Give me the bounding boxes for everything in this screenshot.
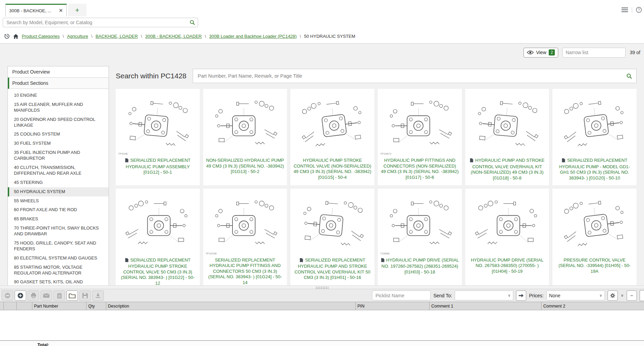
help-icon[interactable]: ? bbox=[636, 7, 642, 13]
part-page-card[interactable]: TP12038 SERIALIZED REPLACEMENT HYDRAULIC… bbox=[203, 189, 287, 286]
part-page-card[interactable]: TP10673 HYDRAULIC PUMP FITTINGS AND CONN… bbox=[378, 89, 462, 185]
column-header-comment-2[interactable]: Comment 2 bbox=[542, 302, 644, 310]
sidebar-section-item[interactable]: 40 CLUTCH, TRANSMISSION, DIFFERENTIAL AN… bbox=[8, 163, 109, 178]
home-icon[interactable] bbox=[13, 34, 19, 39]
collapse-panel-button[interactable]: − bbox=[627, 290, 637, 301]
part-page-card[interactable]: HYDRAULIC PUMP STROKE CONTROL VALVE (NON… bbox=[290, 89, 374, 185]
part-page-card[interactable]: SERIALIZED REPLACEMENT HYDRAULIC PUMP AN… bbox=[290, 189, 374, 286]
remove-item-button[interactable] bbox=[2, 290, 13, 301]
sidebar-section-item[interactable]: 45 STEERING bbox=[8, 178, 109, 187]
part-page-card[interactable]: SERIALIZED REPLACEMENT HYDRAULIC PUMP - … bbox=[552, 89, 637, 185]
sidebar-section-item[interactable]: 15 AIR CLEANER, MUFFLER AND MANIFOLDS bbox=[8, 100, 109, 115]
send-arrow-button[interactable] bbox=[516, 290, 526, 301]
sidebar-section-item[interactable]: 25 COOLING SYSTEM bbox=[8, 130, 109, 139]
catalog-search-input[interactable] bbox=[197, 73, 626, 79]
search-icon[interactable] bbox=[626, 73, 632, 79]
part-page-link[interactable]: PRESSURE CONTROL VALVE (SERIAL NO. -3395… bbox=[552, 257, 637, 279]
history-icon[interactable] bbox=[4, 33, 10, 39]
sidebar-section-item[interactable]: 70 THREE-POINT HITCH, SWAY BLOCKS AND DR… bbox=[8, 224, 109, 239]
part-diagram-thumbnail[interactable]: TP12038 bbox=[203, 189, 287, 257]
part-diagram-thumbnail[interactable] bbox=[465, 189, 549, 257]
breadcrumb-link[interactable]: 300B Loader and Backhoe Loader (PC1428) bbox=[209, 34, 296, 39]
breadcrumb-link[interactable]: Product Categories bbox=[22, 34, 60, 39]
part-diagram-thumbnail[interactable] bbox=[465, 89, 549, 157]
sidebar-section-item[interactable]: 55 WHEELS bbox=[8, 196, 109, 206]
part-page-link[interactable]: SERIALIZED REPLACEMENT HYDRAULIC PUMP ST… bbox=[116, 257, 200, 286]
part-page-card[interactable]: SERIALIZED REPLACEMENT HYDRAULIC PUMP ST… bbox=[116, 189, 200, 286]
clipped-button-fragment[interactable] bbox=[640, 290, 644, 301]
breadcrumb-link[interactable]: 300B - BACKHOE, LOADER bbox=[145, 34, 202, 39]
new-tab-button[interactable]: + bbox=[68, 4, 86, 16]
column-header-pin[interactable]: PIN bbox=[356, 302, 430, 310]
send-to-select[interactable]: ∨ bbox=[455, 290, 513, 300]
sidebar-section-item[interactable]: 50 HYDRAULIC SYSTEM bbox=[8, 187, 109, 196]
part-diagram-thumbnail[interactable]: T15566 bbox=[378, 189, 462, 257]
view-button[interactable]: View 2 bbox=[524, 48, 558, 58]
svg-text:?: ? bbox=[638, 8, 640, 12]
sidebar-section-item[interactable]: 80 ELECTRICAL SYSTEM AND GAUGES bbox=[8, 254, 109, 263]
chevron-down-icon[interactable]: ∨ bbox=[621, 293, 624, 298]
part-diagram-thumbnail[interactable] bbox=[290, 189, 374, 257]
sidebar-section-item[interactable]: 30 FUEL SYSTEM bbox=[8, 139, 109, 148]
sidebar-item-product-overview[interactable]: Product Overview bbox=[8, 66, 109, 78]
close-icon[interactable]: ✕ bbox=[56, 7, 63, 14]
content-region: View 2 39 of Product Overview Product Se… bbox=[0, 43, 644, 285]
column-header-qty[interactable]: Qty bbox=[86, 302, 106, 310]
part-page-card[interactable]: T15566 HYDRAULIC PUMP DRIVE (SERIAL NO. … bbox=[378, 189, 462, 286]
part-page-link[interactable]: SERIALIZED REPLACEMENT HYDRAULIC PUMP AN… bbox=[290, 257, 374, 285]
search-icon[interactable] bbox=[190, 20, 195, 25]
sidebar-section-item[interactable]: 20 GOVERNOR AND SPEED CONTROL LINKAGE bbox=[8, 115, 109, 130]
part-diagram-thumbnail[interactable] bbox=[203, 89, 287, 157]
part-page-link[interactable]: NON-SERIALIZED HYDRAULIC PUMP 49 CM3 (3 … bbox=[203, 157, 287, 179]
part-page-card[interactable]: NON-SERIALIZED HYDRAULIC PUMP 49 CM3 (3 … bbox=[203, 89, 287, 185]
part-diagram-thumbnail[interactable]: TP10673 bbox=[378, 89, 462, 157]
narrow-list-input[interactable] bbox=[562, 48, 626, 58]
part-page-link[interactable]: SERIALIZED REPLACEMENT HYDRAULIC PUMP FI… bbox=[203, 257, 287, 286]
part-diagram-thumbnail[interactable] bbox=[290, 89, 374, 157]
add-item-button[interactable] bbox=[15, 290, 26, 301]
part-diagram-thumbnail[interactable] bbox=[552, 189, 637, 257]
part-diagram-thumbnail[interactable] bbox=[116, 189, 200, 257]
save-icon[interactable] bbox=[79, 290, 91, 301]
part-diagram-thumbnail[interactable] bbox=[552, 89, 637, 157]
catalog-tab[interactable]: 300B - BACKHOE, ... ✕ bbox=[5, 4, 67, 16]
print-icon[interactable] bbox=[28, 290, 39, 301]
breadcrumb-separator: \ bbox=[205, 34, 206, 39]
clipboard-icon[interactable] bbox=[53, 290, 65, 301]
breadcrumb-link[interactable]: Agriculture bbox=[67, 34, 88, 39]
download-icon[interactable] bbox=[92, 290, 104, 301]
picklist-name-input[interactable] bbox=[372, 290, 431, 300]
parts-catalog-app: 300B - BACKHOE, ... ✕ + ? bbox=[0, 0, 644, 346]
sidebar-section-item[interactable]: 35 FUEL INJECTION PUMP AND CARBURETOR bbox=[8, 148, 109, 163]
global-search-input[interactable] bbox=[6, 19, 190, 26]
sidebar-section-item[interactable]: 60 FRONT AXLE AND TIE ROD bbox=[8, 205, 109, 215]
part-diagram-thumbnail[interactable]: TP3196 bbox=[116, 89, 200, 157]
menu-hamburger-icon[interactable] bbox=[622, 7, 628, 12]
part-page-link[interactable]: HYDRAULIC PUMP FITTINGS AND CONNECTORS (… bbox=[378, 157, 462, 185]
sidebar-item-product-sections[interactable]: Product Sections bbox=[8, 78, 109, 89]
settings-gear-button[interactable] bbox=[608, 290, 618, 301]
breadcrumb-link[interactable]: BACKHOE, LOADER bbox=[96, 34, 138, 39]
part-page-link[interactable]: SERIALIZED REPLACEMENT HYDRAULIC PUMP - … bbox=[552, 157, 637, 185]
part-page-link[interactable]: HYDRAULIC PUMP AND STROKE CONTROL VALVE … bbox=[465, 157, 549, 185]
part-page-card[interactable]: HYDRAULIC PUMP AND STROKE CONTROL VALVE … bbox=[465, 89, 549, 185]
email-icon[interactable] bbox=[41, 290, 52, 301]
part-page-link[interactable]: HYDRAULIC PUMP DRIVE (SERIAL NO. 267583-… bbox=[465, 257, 549, 279]
part-page-link[interactable]: HYDRAULIC PUMP DRIVE (SERIAL NO. 197260-… bbox=[378, 257, 462, 279]
prices-select[interactable]: None ∨ bbox=[546, 290, 605, 300]
part-page-card[interactable]: TP3196 SERIALIZED REPLACEMENT HYDRAULIC … bbox=[116, 89, 200, 185]
part-page-card[interactable]: PRESSURE CONTROL VALVE (SERIAL NO. -3395… bbox=[552, 189, 637, 286]
sidebar-section-item[interactable]: 90 GASKET SETS, KITS, OIL AND TRACTOR bbox=[8, 278, 109, 285]
part-page-link[interactable]: HYDRAULIC PUMP STROKE CONTROL VALVE (NON… bbox=[290, 157, 374, 185]
sidebar-section-item[interactable]: 75 HOOD, GRILLE, CANOPY, SEAT AND FENDER… bbox=[8, 239, 109, 254]
sidebar-section-item[interactable]: 85 STARTING MOTOR, VOLTAGE REGULATOR AND… bbox=[8, 263, 109, 278]
sidebar-section-item[interactable]: 10 ENGINE bbox=[8, 91, 109, 100]
column-header-description[interactable]: Description bbox=[106, 302, 356, 310]
part-page-link[interactable]: SERIALIZED REPLACEMENT HYDRAULIC PUMP AS… bbox=[116, 157, 200, 179]
column-header-comment-1[interactable]: Comment 1 bbox=[430, 302, 542, 310]
column-header-part-number[interactable]: Part Number bbox=[32, 302, 86, 310]
breadcrumb-separator: \ bbox=[300, 34, 301, 39]
open-folder-icon[interactable] bbox=[66, 290, 78, 301]
sidebar-section-item[interactable]: 65 BRAKES bbox=[8, 215, 109, 224]
part-page-card[interactable]: HYDRAULIC PUMP DRIVE (SERIAL NO. 267583-… bbox=[465, 189, 549, 286]
